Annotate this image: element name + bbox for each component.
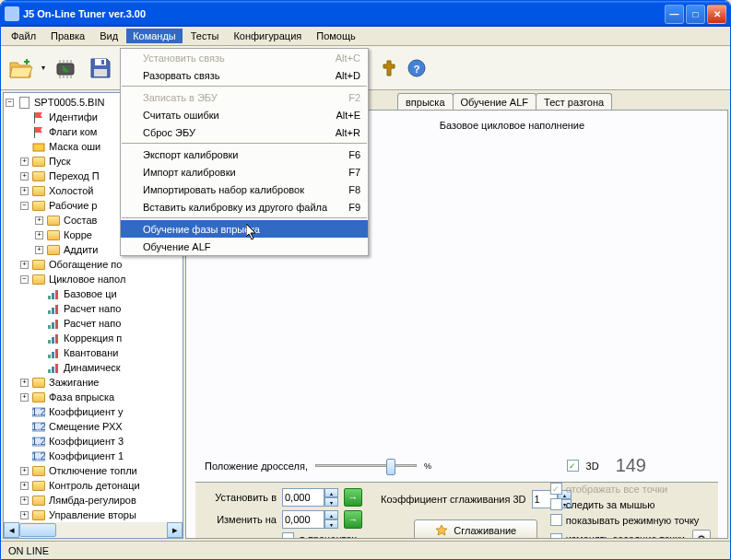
- tree-node[interactable]: Коррекция п: [6, 331, 181, 345]
- maximize-button[interactable]: □: [686, 5, 705, 24]
- titlebar: J5 On-Line Tuner ver.3.00 — □ ✕: [1, 1, 730, 27]
- dropdown-item[interactable]: Считать ошибкиAlt+E: [121, 106, 368, 123]
- svg-text:1.2: 1.2: [32, 421, 45, 432]
- tree-node[interactable]: 1.2Смещение РХХ: [6, 419, 181, 434]
- set-spinner[interactable]: ▴▾: [282, 488, 338, 507]
- svg-rect-14: [55, 305, 58, 314]
- svg-text:1.2: 1.2: [32, 436, 45, 447]
- svg-rect-15: [48, 325, 51, 329]
- scroll-right-button[interactable]: ▸: [167, 522, 183, 538]
- tree-node[interactable]: +Управление вторы: [6, 508, 181, 522]
- tree-node[interactable]: +Фаза впрыска: [6, 390, 181, 404]
- svg-rect-11: [55, 290, 58, 299]
- percent-label: в процентах: [300, 533, 357, 540]
- tree-node[interactable]: +Зажигание: [6, 375, 181, 390]
- tree-node[interactable]: Расчет напо: [6, 316, 181, 331]
- svg-rect-7: [34, 127, 35, 138]
- throttle-label: Положение дросселя,: [205, 461, 308, 472]
- tree-expander[interactable]: +: [20, 172, 29, 181]
- tree-expander[interactable]: −: [20, 202, 29, 210]
- tree-node[interactable]: +Обогащение по: [6, 257, 181, 272]
- menu-конфигурация[interactable]: Конфигурация: [227, 29, 308, 43]
- tab[interactable]: впрыска: [397, 93, 454, 111]
- tree-expander[interactable]: +: [20, 511, 29, 519]
- menu-правка[interactable]: Правка: [44, 29, 91, 43]
- tree-node[interactable]: −Цикловое напол: [6, 272, 181, 286]
- svg-rect-24: [48, 369, 51, 373]
- tab[interactable]: Обучение ALF: [453, 93, 537, 111]
- dropdown-item[interactable]: Импорт калибровкиF7: [121, 163, 368, 181]
- tree-expander[interactable]: +: [20, 482, 29, 490]
- tree-expander[interactable]: +: [35, 246, 43, 254]
- scroll-left-button[interactable]: ◂: [4, 522, 19, 538]
- svg-rect-23: [55, 349, 58, 358]
- dropdown-item[interactable]: Разорвать связьAlt+D: [121, 66, 368, 84]
- tree-hscroll[interactable]: ◂ ▸: [4, 522, 183, 538]
- minimize-button[interactable]: —: [665, 5, 684, 24]
- tree-expander[interactable]: +: [20, 261, 29, 269]
- tree-expander[interactable]: −: [20, 275, 29, 284]
- save-button[interactable]: [86, 53, 115, 83]
- tree-expander[interactable]: +: [35, 216, 43, 225]
- scroll-thumb[interactable]: [19, 523, 56, 537]
- tree-expander[interactable]: −: [6, 99, 14, 107]
- svg-rect-8: [33, 144, 44, 151]
- menu-команды[interactable]: Команды: [126, 29, 183, 43]
- menubar: ФайлПравкаВидКомандыТестыКонфигурацияПом…: [1, 27, 730, 46]
- tree-expander[interactable]: +: [20, 393, 29, 402]
- svg-rect-16: [52, 322, 54, 329]
- close-button[interactable]: ✕: [707, 5, 726, 24]
- open-folder-button[interactable]: [6, 53, 36, 83]
- dropdown-item[interactable]: Обучение фазы впрыска: [121, 220, 368, 238]
- change-spinner[interactable]: ▴▾: [282, 510, 338, 529]
- tree-node[interactable]: +Контроль детонаци: [6, 478, 181, 493]
- change-input[interactable]: [282, 510, 324, 529]
- help-button[interactable]: ?: [406, 57, 428, 79]
- tree-node[interactable]: Квантовани: [6, 345, 181, 360]
- tree-node[interactable]: +Лямбда-регулиров: [6, 493, 181, 508]
- dropdown-item[interactable]: Сброс ЭБУAlt+R: [121, 123, 368, 141]
- smooth-button[interactable]: Сглаживание: [414, 519, 537, 539]
- svg-text:1.2: 1.2: [32, 450, 45, 461]
- menu-помощь[interactable]: Помощь: [310, 29, 362, 43]
- threed-checkbox[interactable]: ✓: [567, 460, 579, 472]
- change-apply-button[interactable]: →: [344, 510, 362, 529]
- follow-mouse-checkbox[interactable]: [550, 498, 562, 510]
- tree-node[interactable]: Динамическ: [6, 360, 181, 375]
- write-ecu-button[interactable]: [51, 53, 80, 83]
- tree-node[interactable]: 1.2Коэффициент 3: [6, 434, 181, 449]
- svg-rect-22: [52, 352, 54, 358]
- tree-node[interactable]: +Отключение топли: [6, 463, 181, 478]
- tree-node[interactable]: Расчет напо: [6, 301, 181, 316]
- tree-node[interactable]: Базовое ци: [6, 286, 181, 301]
- tool-button[interactable]: [378, 57, 400, 79]
- tree-expander[interactable]: +: [20, 158, 29, 166]
- dropdown-item[interactable]: Обучение ALF: [121, 238, 368, 255]
- value-display: 149: [616, 455, 646, 476]
- set-apply-button[interactable]: →: [344, 488, 362, 507]
- tree-node[interactable]: 1.2Коэффициент 1: [6, 449, 181, 463]
- menu-тесты[interactable]: Тесты: [184, 29, 226, 43]
- svg-rect-10: [52, 293, 54, 299]
- show-mode-point-checkbox[interactable]: [550, 514, 562, 526]
- dropdown-item[interactable]: Вставить калибровку из другого файлаF9: [121, 198, 368, 216]
- tree-expander[interactable]: +: [20, 379, 29, 387]
- tree-expander[interactable]: +: [35, 231, 43, 239]
- set-input[interactable]: [282, 488, 324, 507]
- show-mode-point-label: показывать режимную точку: [566, 515, 700, 526]
- edit-adjacent-settings-button[interactable]: ⚙: [692, 530, 711, 539]
- svg-rect-3: [94, 69, 107, 76]
- percent-checkbox[interactable]: [282, 532, 294, 539]
- throttle-slider[interactable]: [315, 457, 417, 475]
- dropdown-item[interactable]: Импортировать набор калибровокF8: [121, 181, 368, 198]
- menu-файл[interactable]: Файл: [5, 29, 42, 43]
- tree-expander[interactable]: +: [20, 496, 29, 505]
- tab[interactable]: Тест разгона: [536, 93, 612, 111]
- tree-node[interactable]: 1.2Коэффициент у: [6, 404, 181, 419]
- tree-expander[interactable]: +: [20, 467, 29, 475]
- edit-adjacent-checkbox[interactable]: [550, 533, 562, 540]
- menu-вид[interactable]: Вид: [93, 29, 124, 43]
- tree-expander[interactable]: +: [20, 187, 29, 195]
- svg-rect-12: [48, 310, 51, 314]
- dropdown-item[interactable]: Экспорт калибровкиF6: [121, 146, 368, 163]
